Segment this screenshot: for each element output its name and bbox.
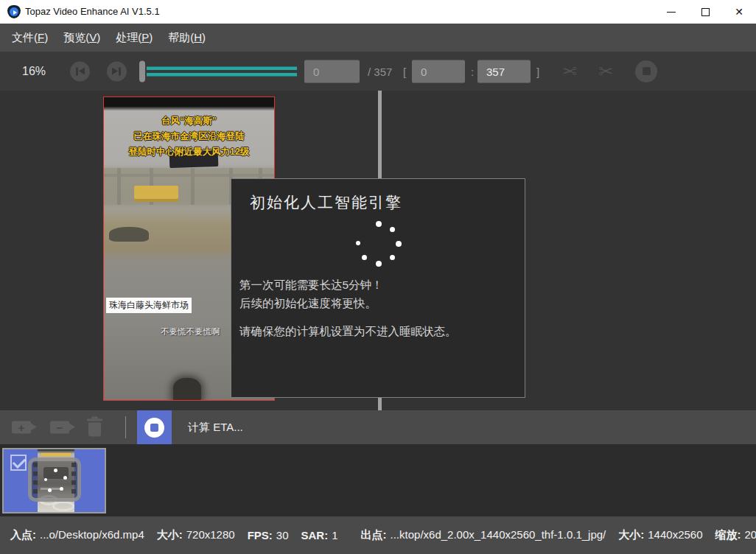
topaz-logo-icon — [7, 5, 21, 18]
trim-bracket-close: ] — [536, 65, 539, 77]
trim-colon: : — [471, 65, 474, 77]
app-window: Topaz Video Enhance AI V1.5.1 ✕ 文件(F) 预览… — [0, 0, 756, 554]
loading-spinner-icon — [355, 220, 402, 267]
window-title: Topaz Video Enhance AI V1.5.1 — [25, 0, 160, 24]
eta-status-text: 计算 ETA... — [188, 421, 243, 435]
menu-process[interactable]: 处理(P) — [114, 29, 154, 47]
init-engine-dialog: 初始化人工智能引擎 第一次可能需要长达5分钟！ 后续的初始化速度将更快。 请确保… — [231, 178, 525, 398]
toolbar-divider — [125, 416, 126, 438]
dialog-message: 第一次可能需要长达5分钟！ 后续的初始化速度将更快。 请确保您的计算机设置为不进… — [239, 276, 517, 340]
status-output-size: 大小:1440x2560 — [618, 528, 702, 542]
video-dark-blob — [173, 378, 201, 400]
status-fps: FPS:30 — [248, 529, 289, 541]
remove-video-icon: − — [50, 421, 69, 434]
timeline-slider-handle[interactable] — [139, 60, 145, 82]
playback-toolbar: 16% / 357 [ : ] ✂ ✂ — [0, 52, 756, 91]
add-video-icon: + — [12, 421, 31, 434]
current-frame-input[interactable] — [304, 60, 360, 83]
status-input-path: 入点:...o/Desktop/x6d.mp4 — [10, 528, 144, 542]
trim-end-input[interactable] — [477, 60, 531, 83]
preview-area: 台风“海高斯” 已在珠海市金湾区沿海登陆 登陆时中心附近最大风力12级 珠海白藤… — [0, 91, 756, 410]
menu-bar: 文件(F) 预览(V) 处理(P) 帮助(H) — [0, 24, 756, 52]
remove-video-button[interactable]: − — [50, 421, 69, 434]
thumbnail-spinner-icon — [44, 469, 68, 492]
skip-to-end-button[interactable] — [107, 61, 127, 81]
timeline-slider-track[interactable] — [147, 66, 297, 76]
minimize-button[interactable] — [654, 0, 688, 24]
total-frames-label: / 357 — [368, 65, 392, 77]
status-scale: 缩放:200% — [715, 528, 756, 542]
skip-start-icon — [79, 67, 85, 74]
video-queue-item[interactable] — [2, 448, 106, 513]
video-location-label: 珠海白藤头海鲜市场 — [106, 298, 192, 313]
maximize-icon — [701, 8, 710, 16]
maximize-button[interactable] — [688, 0, 722, 24]
zoom-percent-label: 16% — [22, 65, 46, 78]
status-input-size: 大小:720x1280 — [157, 528, 235, 542]
video-flooded-car — [109, 227, 149, 242]
process-toolbar: + − 计算 ETA... — [0, 410, 756, 444]
status-sar: SAR:1 — [301, 529, 338, 541]
menu-preview[interactable]: 预览(V) — [62, 29, 102, 47]
trim-start-input[interactable] — [412, 60, 465, 83]
add-video-button[interactable]: + — [12, 421, 31, 434]
trim-out-scissors-icon[interactable]: ✂ — [598, 63, 613, 80]
status-bar: 入点:...o/Desktop/x6d.mp4 大小:720x1280 FPS:… — [0, 516, 756, 554]
stop-processing-icon — [144, 418, 164, 438]
video-caption: 不要慌不要慌啊 — [161, 326, 220, 337]
video-overlay-title: 台风“海高斯” 已在珠海市金湾区沿海登陆 登陆时中心附近最大风力12级 — [104, 113, 274, 160]
video-queue-strip — [0, 444, 756, 516]
video-yellow-sign — [134, 186, 178, 202]
title-bar: Topaz Video Enhance AI V1.5.1 ✕ — [0, 0, 756, 24]
delete-button[interactable] — [88, 423, 101, 437]
trim-bracket-open: [ — [403, 65, 406, 77]
stop-processing-button[interactable] — [137, 410, 172, 444]
stop-preview-button[interactable] — [635, 60, 657, 83]
minimize-icon — [667, 12, 676, 13]
trim-in-scissors-icon[interactable]: ✂ — [562, 63, 577, 80]
status-output-path: 出点:...ktop/x6d_2.00x_1440x2560_thf-1.0.1… — [361, 528, 606, 542]
skip-to-start-button[interactable] — [70, 61, 90, 81]
close-button[interactable]: ✕ — [722, 0, 756, 24]
menu-help[interactable]: 帮助(H) — [167, 29, 207, 47]
dialog-title: 初始化人工智能引擎 — [250, 192, 402, 213]
stop-icon — [643, 67, 651, 75]
skip-end-icon — [112, 67, 118, 74]
queue-item-checkbox[interactable] — [10, 455, 27, 471]
menu-file[interactable]: 文件(F) — [10, 29, 49, 47]
close-icon: ✕ — [735, 6, 743, 18]
